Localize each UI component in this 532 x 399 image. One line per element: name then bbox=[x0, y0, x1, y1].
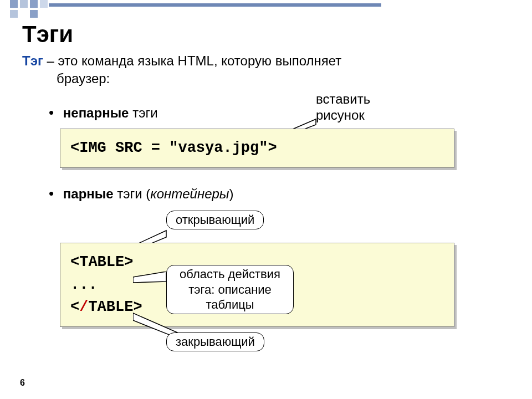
callout-scope-line1: область действия bbox=[180, 267, 280, 281]
bullet-paired-italic: контейнеры bbox=[150, 186, 229, 201]
callout-scope-line3: таблицы bbox=[206, 298, 254, 311]
bullet-unpaired-rest: тэги bbox=[129, 105, 157, 120]
callout-tag-scope: область действия тэга: описание таблицы bbox=[166, 265, 294, 314]
code-table-close-post: TABLE> bbox=[88, 299, 142, 315]
bullet-unpaired: непарные тэги bbox=[49, 104, 158, 121]
code-img-content: <IMG SRC = "vasya.jpg"> bbox=[70, 140, 277, 156]
callout-closing-tag: закрывающий bbox=[166, 332, 264, 351]
definition-rest-1: – это команда языка HTML, которую выполн… bbox=[43, 53, 341, 68]
callout-opening-tag: открывающий bbox=[166, 211, 264, 229]
callout-scope-line2: тэга: описание bbox=[188, 283, 272, 296]
code-table-close-slash: / bbox=[79, 299, 88, 315]
code-table-dots: ... bbox=[70, 277, 98, 293]
page-number: 6 bbox=[20, 378, 25, 388]
code-img-tag: <IMG SRC = "vasya.jpg"> bbox=[60, 129, 454, 168]
bullet-paired: парные тэги (контейнеры) bbox=[49, 185, 234, 202]
definition-rest-2: браузер: bbox=[57, 70, 510, 88]
definition-text: Тэг – это команда языка HTML, которую вы… bbox=[22, 52, 510, 88]
slide-title: Тэги bbox=[22, 21, 73, 48]
slide-header-decoration bbox=[10, 0, 76, 19]
code-table-open: <TABLE> bbox=[70, 254, 133, 270]
callout-insert-image: вставить рисунок bbox=[316, 91, 393, 124]
bullet-paired-bold: парные bbox=[63, 186, 114, 201]
bullet-paired-rest: тэги ( bbox=[114, 186, 151, 201]
callout-insert-line2: рисунок bbox=[316, 108, 365, 122]
bullet-unpaired-bold: непарные bbox=[63, 105, 129, 120]
bullet-paired-close: ) bbox=[229, 186, 234, 201]
definition-term: Тэг bbox=[22, 53, 43, 68]
callout-insert-line1: вставить bbox=[316, 91, 370, 106]
code-table-close-pre: < bbox=[70, 299, 79, 315]
